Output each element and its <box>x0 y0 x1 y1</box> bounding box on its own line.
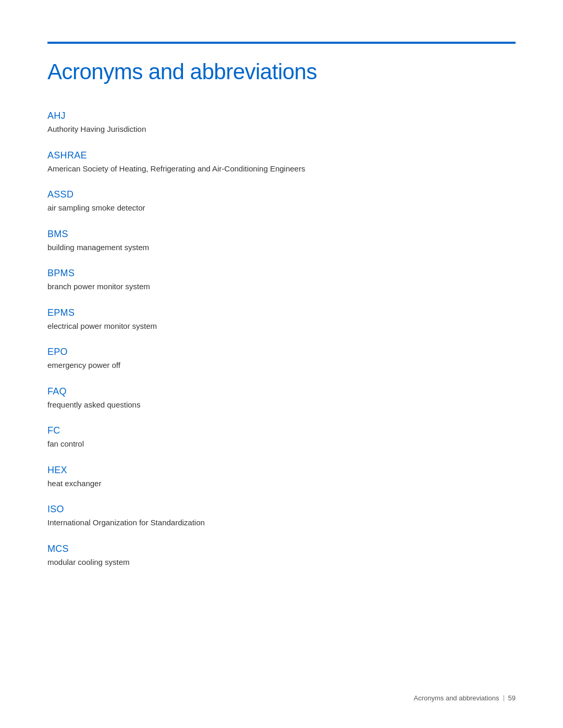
acronym-definition: frequently asked questions <box>47 399 516 411</box>
acronym-definition: Authority Having Jurisdiction <box>47 124 516 135</box>
acronym-term: ASSD <box>47 189 516 200</box>
acronym-definition: emergency power off <box>47 360 516 372</box>
acronym-item: FCfan control <box>47 425 516 450</box>
acronym-definition: electrical power monitor system <box>47 320 516 332</box>
acronym-term: MCS <box>47 544 516 554</box>
page-container: Acronyms and abbreviations AHJAuthority … <box>0 0 563 624</box>
acronym-term: HEX <box>47 465 516 476</box>
acronym-item: ASHRAEAmerican Society of Heating, Refri… <box>47 150 516 175</box>
acronym-definition: branch power monitor system <box>47 281 516 293</box>
acronym-term: AHJ <box>47 110 516 121</box>
acronym-term: FAQ <box>47 386 516 397</box>
acronym-item: ASSDair sampling smoke detector <box>47 189 516 214</box>
acronym-term: ASHRAE <box>47 150 516 161</box>
acronym-term: ISO <box>47 504 516 515</box>
acronym-definition: air sampling smoke detector <box>47 202 516 214</box>
acronym-item: HEXheat exchanger <box>47 465 516 490</box>
acronym-term: BPMS <box>47 268 516 279</box>
acronym-definition: modular cooling system <box>47 557 516 569</box>
acronym-definition: International Organization for Standardi… <box>47 517 516 529</box>
acronym-item: ISOInternational Organization for Standa… <box>47 504 516 529</box>
acronym-list: AHJAuthority Having JurisdictionASHRAEAm… <box>47 110 516 568</box>
acronym-item: EPMSelectrical power monitor system <box>47 307 516 332</box>
acronym-item: BMSbuilding management system <box>47 229 516 254</box>
acronym-definition: American Society of Heating, Refrigerati… <box>47 163 516 175</box>
acronym-term: EPMS <box>47 307 516 318</box>
acronym-term: EPO <box>47 347 516 357</box>
page-title: Acronyms and abbreviations <box>47 59 516 84</box>
acronym-item: MCSmodular cooling system <box>47 544 516 569</box>
acronym-term: BMS <box>47 229 516 240</box>
footer-divider <box>504 695 504 701</box>
footer-text: Acronyms and abbreviations <box>414 694 499 702</box>
footer-page-number: 59 <box>508 694 516 702</box>
acronym-definition: heat exchanger <box>47 478 516 490</box>
acronym-definition: building management system <box>47 242 516 254</box>
acronym-definition: fan control <box>47 438 516 450</box>
acronym-item: AHJAuthority Having Jurisdiction <box>47 110 516 135</box>
top-border-decoration <box>47 42 516 44</box>
acronym-item: EPOemergency power off <box>47 347 516 372</box>
page-footer: Acronyms and abbreviations 59 <box>414 694 516 702</box>
acronym-term: FC <box>47 425 516 436</box>
acronym-item: BPMSbranch power monitor system <box>47 268 516 293</box>
acronym-item: FAQfrequently asked questions <box>47 386 516 411</box>
